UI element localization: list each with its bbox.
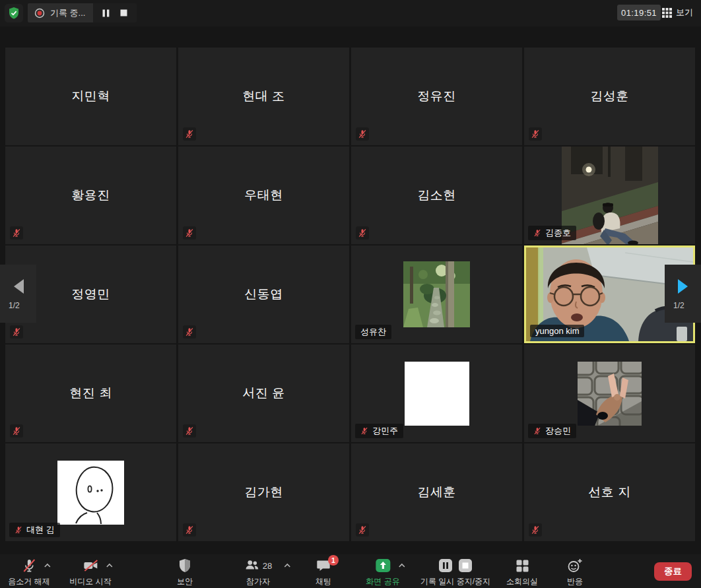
participant-tile[interactable]: 현대 조 (178, 48, 349, 145)
participant-name: 성유찬 (360, 326, 386, 338)
participant-name: 대현 김 (26, 524, 55, 536)
mic-muted-icon (533, 229, 541, 237)
breakout-rooms-button[interactable]: 소회의실 (506, 557, 538, 587)
mic-muted-badge (356, 523, 369, 537)
camera-muted-icon (82, 558, 99, 573)
participant-tile[interactable]: 선호 지 (524, 443, 695, 541)
participant-name: 현진 최 (5, 344, 176, 442)
mic-muted-badge (356, 127, 369, 141)
participant-name-label: 성유찬 (355, 325, 391, 339)
participant-name: 김종호 (545, 227, 571, 239)
participants-button[interactable]: 28 참가자 (244, 557, 272, 587)
pause-recording-mini-icon[interactable] (102, 9, 110, 17)
meeting-security-shield-icon[interactable] (5, 4, 23, 22)
page-indicator: 1/2 (665, 301, 684, 310)
right-arrow-icon (676, 278, 690, 295)
security-button[interactable]: 보안 (177, 557, 193, 587)
mic-muted-icon (12, 228, 21, 238)
recording-indicator: 기록 중... (28, 3, 137, 22)
mic-muted-badge (183, 424, 196, 438)
left-arrow-icon (11, 278, 26, 295)
breakout-rooms-icon (514, 558, 530, 573)
chevron-up-icon[interactable] (44, 563, 51, 568)
mic-muted-icon (12, 426, 21, 436)
participant-name: 김세훈 (351, 443, 522, 541)
participant-tile[interactable]: 서진 윤 (178, 344, 349, 442)
participant-name: 서진 윤 (178, 344, 349, 442)
recording-pause-stop-button[interactable]: 기록 일시 중지/중지 (420, 557, 490, 587)
participant-tile[interactable]: 우태현 (178, 147, 349, 244)
participant-tile[interactable]: 정유진 (351, 48, 522, 145)
recording-label: 기록 중... (50, 7, 85, 19)
participant-name-label: yungon kim (530, 325, 584, 337)
mic-muted-icon (360, 427, 368, 435)
mic-muted-badge (356, 226, 369, 240)
share-screen-button[interactable]: 화면 공유 (366, 557, 399, 587)
participant-tile[interactable]: 신동엽 (178, 245, 349, 343)
pause-recording-icon[interactable] (438, 558, 453, 573)
reactions-icon (566, 558, 584, 573)
participant-tile[interactable]: 강민주 (351, 344, 522, 442)
prev-page-button[interactable]: 1/2 (0, 265, 36, 323)
zoom-meeting-window: 기록 중... 01:19:51 보기 (0, 0, 701, 588)
reactions-button[interactable]: 반응 (566, 557, 584, 587)
participant-name: 김가현 (178, 443, 349, 541)
start-video-button[interactable]: 비디오 시작 (69, 557, 111, 587)
participant-tile[interactable]: 김성훈 (524, 48, 695, 145)
participant-tile[interactable]: 성유찬 (351, 245, 522, 343)
participant-name: 김소현 (351, 147, 522, 244)
mic-muted-icon (358, 525, 367, 535)
meeting-timer: 01:19:51 (617, 5, 661, 20)
end-meeting-button[interactable]: 종료 (654, 562, 692, 581)
participant-name: 선호 지 (524, 443, 695, 541)
mic-muted-icon (358, 228, 367, 238)
stop-recording-icon[interactable] (457, 558, 473, 573)
recording-mini-controls (93, 3, 137, 22)
mic-muted-icon (185, 525, 194, 535)
participant-tile[interactable]: 김소현 (351, 147, 522, 244)
participant-tile[interactable]: 지민혁 (5, 48, 176, 145)
chat-badge: 1 (328, 555, 339, 566)
mic-muted-badge (10, 424, 23, 438)
share-screen-icon (374, 558, 391, 573)
mic-muted-icon (15, 526, 22, 534)
participant-tile[interactable]: 대현 김 (5, 443, 176, 541)
participant-name-label: 장승민 (528, 424, 576, 438)
mic-muted-icon (185, 327, 194, 337)
mic-muted-icon (21, 558, 37, 573)
chevron-up-icon[interactable] (106, 563, 113, 568)
mic-muted-icon (12, 327, 21, 337)
mic-muted-icon (358, 129, 367, 139)
next-page-button[interactable]: 1/2 (665, 265, 701, 323)
participant-tile[interactable]: 김세훈 (351, 443, 522, 541)
chevron-up-icon[interactable] (398, 563, 405, 568)
chat-button[interactable]: 1 채팅 (316, 557, 331, 587)
participant-tile[interactable]: 장승민 (524, 344, 695, 442)
participants-icon (244, 558, 260, 573)
chevron-up-icon[interactable] (284, 563, 291, 568)
participant-name: yungon kim (535, 326, 579, 336)
participant-grid: 지민혁현대 조 정유진 김성훈 황용진 우태현 김소현 김종호정영민 신동엽 성… (5, 48, 695, 541)
mic-muted-icon (531, 129, 540, 139)
participant-tile[interactable]: 김종호 (524, 147, 695, 244)
recording-status: 기록 중... (28, 3, 93, 22)
participant-name: 우태현 (178, 147, 349, 244)
mic-muted-icon (533, 427, 541, 435)
stop-recording-mini-icon[interactable] (120, 9, 127, 16)
mic-muted-icon (185, 426, 194, 436)
mic-muted-badge (183, 523, 196, 537)
participant-tile[interactable]: 현진 최 (5, 344, 176, 442)
mic-muted-badge (10, 226, 23, 240)
view-button[interactable]: 보기 (659, 5, 696, 20)
participant-tile[interactable]: 김가현 (178, 443, 349, 541)
participant-name-label: 김종호 (528, 226, 576, 240)
meeting-toolbar: 음소거 해제 비디오 시작 보안 (0, 554, 701, 588)
participant-name: 김성훈 (524, 48, 695, 145)
mic-muted-badge (10, 325, 23, 339)
top-bar: 기록 중... 01:19:51 보기 (0, 0, 701, 26)
unmute-button[interactable]: 음소거 해제 (8, 557, 50, 587)
participant-name-label: 대현 김 (9, 523, 60, 537)
participant-count: 28 (263, 561, 272, 571)
participant-tile[interactable]: 황용진 (5, 147, 176, 244)
participant-name-label: 강민주 (355, 424, 403, 438)
